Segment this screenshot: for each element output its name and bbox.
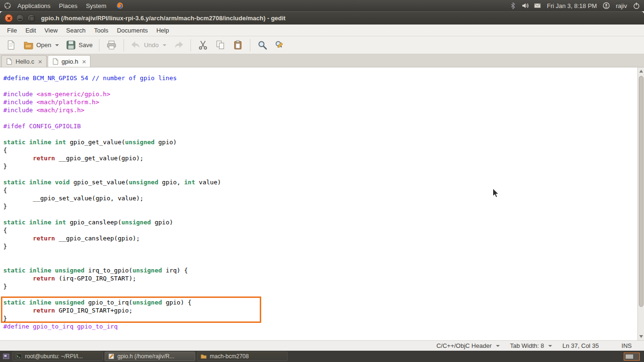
code-line-7[interactable]: #ifdef CONFIG_GPIOLIB — [3, 122, 636, 130]
menu-file[interactable]: File — [3, 25, 21, 35]
scroll-down-button[interactable] — [638, 333, 644, 340]
new-document-button[interactable] — [3, 38, 19, 52]
code-line-13[interactable] — [3, 170, 636, 178]
window-close-button[interactable] — [5, 14, 13, 22]
menu-tools[interactable]: Tools — [90, 25, 113, 35]
code-line-31[interactable]: } — [3, 314, 636, 322]
open-button-dropdown-caret[interactable] — [55, 44, 59, 46]
code-line-6[interactable] — [3, 114, 636, 122]
code-token: GPIO_IRQ_START+gpio; — [55, 307, 132, 314]
tab-hello-c[interactable]: Hello.c× — [1, 55, 47, 67]
code-line-14[interactable]: static inline void gpio_set_value(unsign… — [3, 178, 636, 186]
code-line-18[interactable] — [3, 210, 636, 218]
code-line-30[interactable]: return GPIO_IRQ_START+gpio; — [3, 306, 636, 314]
taskbar-item[interactable]: gpio.h (/home/rajiv/R... — [105, 352, 195, 361]
tab-close-button[interactable]: × — [82, 58, 86, 65]
code-line-19[interactable]: static inline int gpio_cansleep(unsigned… — [3, 218, 636, 226]
code-line-9[interactable]: static inline int gpio_get_value(unsigne… — [3, 138, 636, 146]
paste-button[interactable] — [230, 38, 246, 52]
menu-edit[interactable]: Edit — [21, 25, 40, 35]
top-panel-menu-applications[interactable]: Applications — [13, 1, 55, 11]
code-line-27[interactable]: } — [3, 282, 636, 290]
code-token: unsigned — [132, 267, 162, 274]
scroll-up-button[interactable] — [638, 67, 644, 75]
menu-search[interactable]: Search — [62, 25, 90, 35]
code-line-22[interactable]: } — [3, 242, 636, 250]
top-panel-menu-system[interactable]: System — [82, 1, 110, 11]
code-line-3[interactable]: #include <asm-generic/gpio.h> — [3, 90, 636, 98]
tab-width-selector[interactable]: Tab Width: 8 — [507, 342, 555, 350]
code-line-24[interactable] — [3, 258, 636, 266]
code-line-28[interactable] — [3, 290, 636, 298]
show-desktop-icon[interactable] — [2, 353, 10, 360]
code-line-1[interactable]: #define BCM_NR_GPIOS 54 // number of gpi… — [3, 74, 636, 82]
code-line-23[interactable] — [3, 250, 636, 258]
copy-icon — [215, 40, 226, 50]
menu-documents[interactable]: Documents — [113, 25, 152, 35]
clock[interactable]: Fri Jan 3, 8:18 PM — [546, 2, 598, 9]
tab-gpio-h[interactable]: gpio.h× — [48, 55, 91, 67]
code-line-2[interactable] — [3, 82, 636, 90]
user-menu-icon[interactable] — [603, 2, 610, 9]
code-line-16[interactable]: __gpio_set_value(gpio, value); — [3, 194, 636, 202]
code-line-21[interactable]: return __gpio_cansleep(gpio); — [3, 234, 636, 242]
code-line-4[interactable]: #include <mach/platform.h> — [3, 98, 636, 106]
username[interactable]: rajiv — [615, 2, 628, 9]
menu-view[interactable]: View — [40, 25, 62, 35]
language-selector[interactable]: C/C++/ObjC Header — [434, 342, 503, 350]
distributor-logo-icon[interactable] — [4, 2, 11, 9]
window-titlebar[interactable]: gpio.h (/home/rajiv/RPI/linux-rpi-3.6.y/… — [0, 11, 644, 25]
code-token: unsigned — [129, 179, 158, 186]
workspace-cell[interactable] — [624, 353, 640, 361]
code-token: static inline int — [3, 219, 66, 226]
workspace-switcher[interactable] — [624, 353, 642, 361]
code-line-5[interactable]: #include <mach/irqs.h> — [3, 106, 636, 114]
cut-button[interactable] — [195, 38, 211, 52]
code-area[interactable]: #define BCM_NR_GPIOS 54 // number of gpi… — [3, 74, 636, 330]
undo-button-dropdown-caret[interactable] — [163, 44, 166, 46]
code-token: } — [3, 243, 7, 250]
code-line-17[interactable]: } — [3, 202, 636, 210]
taskbar-item[interactable]: mach-bcm2708 — [197, 352, 288, 361]
window-minimize-button[interactable] — [16, 14, 24, 22]
menu-help[interactable]: Help — [152, 25, 173, 35]
window-maximize-button[interactable] — [27, 14, 35, 22]
volume-icon[interactable] — [521, 2, 529, 9]
find-button[interactable] — [254, 38, 271, 52]
toolbar-separator — [99, 39, 99, 51]
taskbar-item-label: root@ubuntu: ~/RPI/l... — [25, 353, 83, 360]
code-line-12[interactable]: } — [3, 162, 636, 170]
tab-label: gpio.h — [62, 58, 78, 65]
code-token: gpio) { — [162, 299, 192, 306]
open-button[interactable]: Open — [20, 38, 62, 52]
power-icon[interactable] — [633, 2, 640, 9]
print-button[interactable] — [103, 38, 120, 52]
copy-button[interactable] — [212, 38, 229, 52]
firefox-launcher-icon[interactable] — [116, 2, 124, 9]
code-line-11[interactable]: return __gpio_get_value(gpio); — [3, 154, 636, 162]
top-panel-menu-places[interactable]: Places — [55, 1, 82, 11]
code-token: __gpio_get_value(gpio); — [55, 155, 144, 162]
code-line-32[interactable]: #define gpio_to_irq gpio_to_irq — [3, 322, 636, 330]
tab-bar: Hello.c×gpio.h× — [0, 54, 644, 67]
taskbar-item[interactable]: root@ubuntu: ~/RPI/l... — [12, 352, 103, 361]
code-line-29[interactable]: static inline unsigned gpio_to_irq(unsig… — [3, 298, 636, 306]
scrollbar-thumb[interactable] — [639, 76, 644, 307]
code-line-26[interactable]: return (irq-GPIO_IRQ_START); — [3, 274, 636, 282]
code-line-8[interactable] — [3, 130, 636, 138]
vertical-scrollbar[interactable] — [637, 67, 644, 340]
tab-close-button[interactable]: × — [38, 58, 42, 65]
code-line-20[interactable]: { — [3, 226, 636, 234]
code-token: static inline int — [3, 139, 66, 146]
text-editor[interactable]: #define BCM_NR_GPIOS 54 // number of gpi… — [0, 67, 644, 340]
code-line-10[interactable]: { — [3, 146, 636, 154]
code-line-25[interactable]: static inline unsigned irq_to_gpio(unsig… — [3, 266, 636, 274]
code-token: <mach/irqs.h> — [36, 107, 84, 114]
bluetooth-icon[interactable] — [509, 2, 517, 9]
save-button[interactable]: Save — [63, 38, 96, 52]
replace-button[interactable] — [272, 38, 288, 52]
mail-icon[interactable] — [534, 2, 541, 9]
code-line-15[interactable]: { — [3, 186, 636, 194]
desktop: ApplicationsPlacesSystem Fri Jan 3, 8:18… — [0, 0, 644, 362]
code-token: irq) { — [162, 267, 188, 274]
